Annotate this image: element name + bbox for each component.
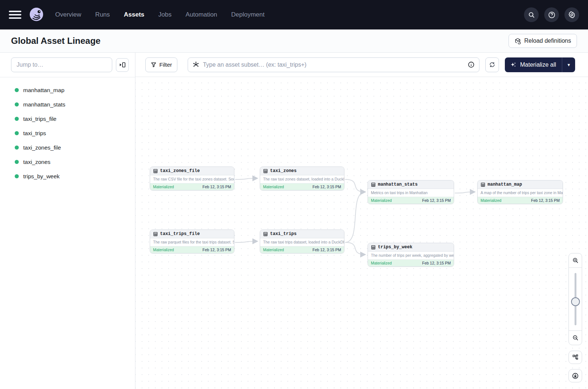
lineage-canvas[interactable]: taxi_zones_file The raw CSV file for the… [135,77,588,389]
sidebar-item-manhattan_map[interactable]: manhattan_map [0,83,135,97]
funnel-icon [151,62,156,67]
materialized-timestamp: Feb 12, 3:15 PM [422,261,451,265]
help-icon[interactable] [544,7,559,22]
zoom-slider-thumb[interactable] [571,297,580,306]
materialized-status-dot [15,88,19,92]
materialized-timestamp: Feb 12, 3:15 PM [422,198,451,203]
nav-link-assets[interactable]: Assets [124,11,145,18]
materialized-status: Materialized [263,248,284,252]
sparkles-icon [510,62,517,68]
sidebar-item-taxi_trips[interactable]: taxi_trips [0,126,135,140]
asset-subset-input[interactable] [203,62,464,68]
dagster-logo-icon[interactable] [28,6,45,23]
info-icon[interactable] [468,61,475,68]
asset-status-bar: Materialized Feb 12, 3:15 PM [150,246,234,253]
nav-link-overview[interactable]: Overview [55,11,81,18]
asset-status-bar: Materialized Feb 12, 3:15 PM [260,183,344,190]
materialized-status: Materialized [153,248,174,252]
asset-node-taxi_zones[interactable]: taxi_zones The raw taxi zones dataset, l… [260,167,344,190]
zoom-in-icon[interactable] [569,253,582,268]
asset-description: The raw taxi trips dataset, loaded into … [260,238,344,246]
asset-subset-field [188,57,479,72]
edge-taxi_zones-to-manhattan_stats [345,179,365,192]
asset-node-manhattan_map[interactable]: manhattan_map A map of the number of tri… [477,180,563,204]
materialized-status: Materialized [371,261,392,265]
asset-node-trips_by_week[interactable]: trips_by_week The number of trips per we… [368,243,454,267]
table-icon [153,169,158,174]
asset-status-bar: Materialized Feb 12, 3:15 PM [260,246,344,253]
page-header: Global Asset Lineage Reload definitions [0,29,588,53]
search-icon[interactable] [524,7,539,22]
zoom-control [568,253,582,345]
sidebar-item-manhattan_stats[interactable]: manhattan_stats [0,97,135,112]
table-icon [481,182,485,187]
table-icon [371,245,376,250]
zoom-out-icon[interactable] [569,330,582,345]
nav-link-jobs[interactable]: Jobs [158,11,171,18]
table-icon [263,232,268,236]
materialized-status: Materialized [153,185,174,189]
sidebar-item-taxi_zones[interactable]: taxi_zones [0,155,135,169]
collapse-panel-icon[interactable] [116,58,129,72]
sidebar-item-taxi_trips_file[interactable]: taxi_trips_file [0,112,135,126]
asset-node-taxi_zones_file[interactable]: taxi_zones_file The raw CSV file for the… [150,167,234,190]
materialized-status-dot [15,174,19,178]
asset-status-bar: Materialized Feb 12, 3:15 PM [478,197,563,204]
asset-node-manhattan_stats[interactable]: manhattan_stats Metrics on taxi trips in… [368,180,454,204]
materialized-status-dot [15,117,19,121]
asset-description: A map of the number of trips per taxi zo… [478,189,563,197]
edge-manhattan_stats-to-manhattan_map [455,192,475,193]
materialized-status: Materialized [481,198,502,203]
asset-description: Metrics on taxi trips in Manhattan [368,189,454,197]
materialized-status-dot [15,160,19,164]
sidebar-item-trips_by_week[interactable]: trips_by_week [0,169,135,183]
sidebar-item-taxi_zones_file[interactable]: taxi_zones_file [0,140,135,155]
materialized-status: Materialized [371,198,392,203]
materialized-status-dot [15,146,19,150]
materialized-timestamp: Feb 12, 3:15 PM [202,185,231,189]
settings-icon[interactable] [564,7,579,22]
edge-taxi_trips-to-trips_by_week [345,242,365,255]
asset-status-bar: Materialized Feb 12, 3:15 PM [368,197,454,204]
download-view-icon[interactable] [568,369,582,382]
graph-glyph-icon [192,61,199,68]
materialized-timestamp: Feb 12, 3:15 PM [312,248,341,252]
lineage-toolbar: Filter Materializ [135,53,588,77]
materialized-timestamp: Feb 12, 3:15 PM [531,198,560,203]
jump-to-input[interactable] [11,57,112,72]
materialized-status: Materialized [263,185,284,189]
edge-taxi_trips-to-manhattan_stats [345,192,365,242]
nav-link-deployment[interactable]: Deployment [231,11,265,18]
table-icon [371,182,376,187]
materialized-timestamp: Feb 12, 3:15 PM [312,185,341,189]
materialize-dropdown-caret-icon[interactable]: ▼ [562,57,575,72]
asset-status-bar: Materialized Feb 12, 3:15 PM [368,260,454,266]
table-icon [263,169,268,174]
reload-cube-icon [514,38,521,44]
zoom-slider[interactable] [569,268,582,330]
asset-description: The raw parquet files for the taxi trips… [150,238,234,246]
asset-description: The number of trips per week, aggregated… [368,252,454,260]
table-icon [153,232,158,236]
nav-link-runs[interactable]: Runs [95,11,110,18]
nav-link-automation[interactable]: Automation [185,11,217,18]
materialized-status-dot [15,131,19,135]
refresh-icon[interactable] [485,57,499,72]
top-nav: OverviewRunsAssetsJobsAutomationDeployme… [0,0,588,29]
asset-node-taxi_trips[interactable]: taxi_trips The raw taxi trips dataset, l… [260,229,344,253]
hamburger-menu-icon[interactable] [9,11,21,19]
filter-button[interactable]: Filter [145,57,177,72]
reload-definitions-button[interactable]: Reload definitions [509,34,577,48]
asset-description: The raw taxi zones dataset, loaded into … [260,175,344,183]
nav-links: OverviewRunsAssetsJobsAutomationDeployme… [55,11,265,18]
asset-sidebar: manhattan_map manhattan_stats taxi_trips… [0,53,135,389]
relayout-graph-icon[interactable] [568,351,582,364]
asset-description: The raw CSV file for the taxi zones data… [150,175,234,183]
materialized-timestamp: Feb 12, 3:15 PM [202,248,231,252]
edge-taxi_trips_file-to-taxi_trips [235,241,258,242]
asset-node-taxi_trips_file[interactable]: taxi_trips_file The raw parquet files fo… [150,229,234,253]
materialized-status-dot [15,102,19,106]
materialize-all-button[interactable]: Materialize all ▼ [505,57,575,72]
asset-status-bar: Materialized Feb 12, 3:15 PM [150,183,234,190]
edge-taxi_zones_file-to-taxi_zones [235,178,258,179]
